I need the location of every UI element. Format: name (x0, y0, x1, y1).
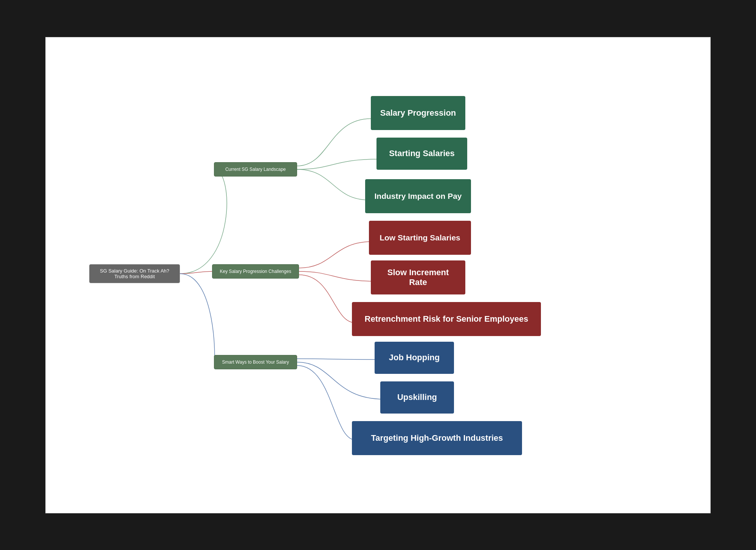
mind-map-canvas: SG Salary Guide: On Track Ah? Truths fro… (45, 37, 711, 513)
node-targeting[interactable]: Targeting High-Growth Industries (352, 421, 522, 455)
node-starting-salaries[interactable]: Starting Salaries (376, 138, 467, 170)
node-job-hopping[interactable]: Job Hopping (375, 342, 454, 374)
node-salary-progression[interactable]: Salary Progression (371, 96, 465, 130)
node-industry-impact[interactable]: Industry Impact on Pay (365, 179, 471, 213)
root-node[interactable]: SG Salary Guide: On Track Ah? Truths fro… (89, 264, 180, 283)
node-slow-increment[interactable]: Slow Increment Rate (371, 260, 465, 294)
mid-node-challenges[interactable]: Key Salary Progression Challenges (212, 264, 299, 279)
node-low-starting[interactable]: Low Starting Salaries (369, 221, 471, 255)
node-retrenchment[interactable]: Retrenchment Risk for Senior Employees (352, 302, 541, 336)
mid-node-landscape[interactable]: Current SG Salary Landscape (214, 162, 297, 177)
mid-node-boost[interactable]: Smart Ways to Boost Your Salary (214, 355, 297, 369)
node-upskilling[interactable]: Upskilling (380, 381, 454, 414)
